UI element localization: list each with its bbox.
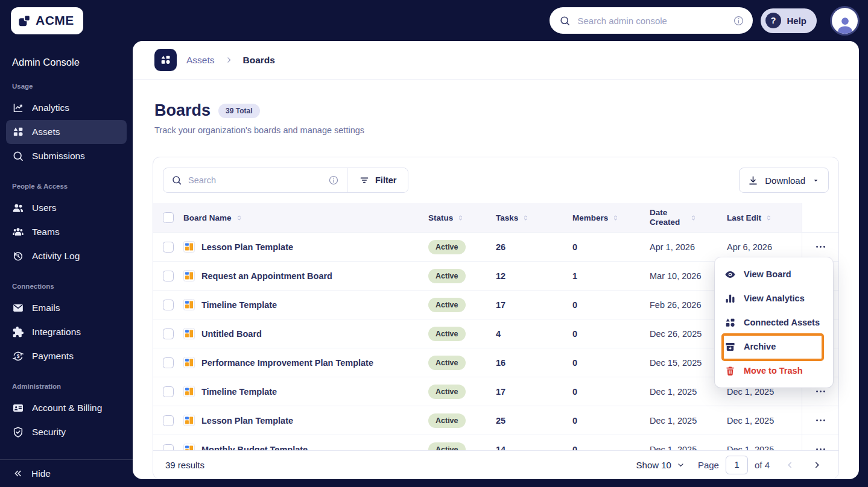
last-edit: Apr 6, 2026 (727, 242, 802, 252)
tasks-count: 17 (496, 300, 572, 310)
global-search-input[interactable] (577, 16, 726, 26)
row-checkbox[interactable] (163, 242, 174, 253)
shield-icon (12, 426, 24, 438)
column-header-board-name[interactable]: Board Name (183, 203, 428, 232)
hide-sidebar-button[interactable]: Hide (0, 459, 133, 487)
download-button[interactable]: Download (739, 168, 829, 193)
menu-item[interactable]: View Analytics (715, 286, 833, 310)
board-name: Untitled Board (201, 329, 262, 339)
acme-logo[interactable]: ACME (11, 7, 83, 34)
breadcrumb-assets-link[interactable]: Assets (186, 55, 215, 66)
row-actions-button[interactable] (813, 239, 828, 255)
menu-item[interactable]: Move to Trash (715, 359, 833, 383)
global-search[interactable] (550, 7, 753, 34)
previous-page-button[interactable] (782, 457, 797, 472)
topbar-right: ? Help (550, 7, 858, 34)
sidebar-item[interactable]: Integrations (6, 320, 127, 344)
ellipsis-icon (815, 415, 826, 426)
row-checkbox[interactable] (163, 271, 174, 281)
puzzle-icon (12, 326, 24, 338)
page-number-input[interactable] (726, 456, 748, 474)
menu-item-label: View Board (744, 269, 791, 279)
sidebar: Admin Console Usage Analytics Assets (0, 41, 133, 487)
board-name: Lesson Plan Template (201, 242, 293, 252)
status-badge: Active (428, 356, 466, 370)
column-header-tasks[interactable]: Tasks (496, 203, 572, 232)
row-checkbox[interactable] (163, 357, 174, 368)
row-checkbox[interactable] (163, 415, 174, 426)
person-icon (835, 14, 855, 34)
table-row: Lesson Plan Template Active 25 0 Dec 1, … (153, 406, 838, 435)
sort-icon (765, 213, 773, 222)
download-icon (747, 175, 759, 186)
sidebar-item[interactable]: Users (6, 196, 127, 220)
menu-item[interactable]: Connected Assets (715, 310, 833, 335)
menu-item-label: View Analytics (744, 294, 805, 303)
status-badge: Active (428, 413, 466, 428)
sidebar-section: Administration Account & Billing Securit… (0, 383, 133, 444)
sidebar-item[interactable]: Emails (6, 296, 127, 320)
trash-icon (724, 365, 736, 377)
column-header-members[interactable]: Members (572, 203, 650, 232)
table-search[interactable] (163, 168, 347, 192)
members-count: 1 (572, 271, 650, 281)
chevron-left-icon (785, 460, 795, 470)
sidebar-item[interactable]: Teams (6, 220, 127, 244)
sidebar-item[interactable]: Assets (6, 120, 127, 144)
table-header-row: Board Name Status Tasks Members Date Cre… (153, 203, 838, 232)
page-subtitle: Track your organization's boards and man… (154, 125, 837, 135)
last-edit: Dec 1, 2025 (727, 416, 802, 426)
column-header-last-edit[interactable]: Last Edit (727, 203, 802, 232)
date-created: Apr 1, 2026 (650, 242, 727, 252)
sidebar-item-label: Users (32, 203, 56, 213)
board-name: Performance Improvement Plan Template (201, 358, 373, 368)
sidebar-item[interactable]: Account & Billing (6, 396, 127, 420)
admin-console-title: Admin Console (0, 57, 133, 68)
chevron-down-icon (676, 460, 685, 470)
info-icon[interactable] (328, 175, 339, 186)
members-count: 0 (572, 358, 650, 368)
sidebar-item[interactable]: $ Payments (6, 344, 127, 368)
assets-icon (724, 317, 736, 328)
filter-button[interactable]: Filter (347, 168, 408, 192)
board-name: Timeline Template (201, 300, 277, 310)
select-all-checkbox[interactable] (163, 212, 174, 223)
column-header-date-created[interactable]: Date Created (650, 203, 727, 232)
filter-label: Filter (375, 175, 396, 185)
next-page-button[interactable] (809, 457, 824, 472)
download-label: Download (765, 175, 805, 186)
row-checkbox[interactable] (163, 386, 174, 397)
page-size-select[interactable]: Show 10 (636, 460, 685, 470)
sidebar-item-label: Activity Log (32, 251, 80, 262)
sidebar-item[interactable]: Security (6, 420, 127, 444)
table-toolbar: Filter Download (153, 157, 838, 203)
row-checkbox[interactable] (163, 328, 174, 339)
board-icon (183, 270, 195, 281)
question-mark-icon: ? (765, 13, 781, 28)
board-icon (183, 415, 195, 426)
sort-icon (522, 213, 530, 222)
header-checkbox-cell (153, 203, 183, 232)
menu-item[interactable]: Archive (715, 335, 833, 359)
sidebar-item-label: Payments (32, 351, 74, 362)
sidebar-item[interactable]: Analytics (6, 96, 127, 120)
row-checkbox[interactable] (163, 300, 174, 310)
user-avatar[interactable] (832, 8, 858, 34)
sidebar-item[interactable]: Activity Log (6, 244, 127, 268)
column-header-status[interactable]: Status (428, 203, 496, 232)
card-icon (12, 402, 24, 414)
menu-item[interactable]: View Board (715, 262, 833, 286)
info-icon[interactable] (733, 15, 744, 27)
sidebar-item[interactable]: Submissions (6, 144, 127, 168)
sidebar-item-label: Emails (32, 303, 60, 313)
board-name: Request an Appointment Board (201, 271, 332, 281)
sidebar-item-label: Assets (32, 127, 60, 137)
table-search-input[interactable] (188, 175, 322, 185)
header-actions-cell (802, 203, 838, 232)
menu-item-label: Move to Trash (744, 366, 803, 375)
hide-label: Hide (31, 468, 51, 479)
tasks-count: 12 (496, 271, 572, 281)
row-actions-button[interactable] (813, 413, 828, 429)
members-count: 0 (572, 387, 650, 397)
help-button[interactable]: ? Help (761, 8, 817, 33)
